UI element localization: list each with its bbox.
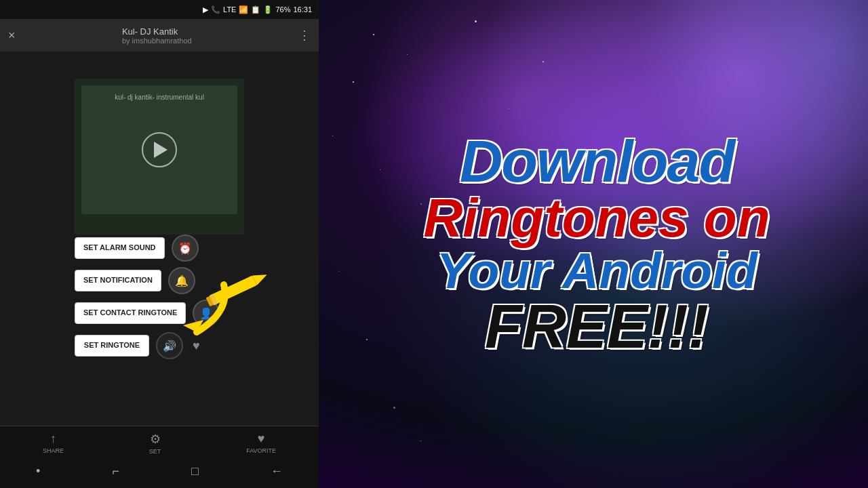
favorite-label: FAVORITE bbox=[246, 447, 276, 454]
call-icon: 📞 bbox=[211, 5, 220, 14]
favorite-icon: ♥ bbox=[258, 432, 265, 446]
share-action[interactable]: ↑ SHARE bbox=[43, 432, 64, 455]
bottom-actions-bar: ↑ SHARE ⚙ SET ♥ FAVORITE bbox=[0, 426, 319, 458]
phone-mockup: ▶ 📞 LTE 📶 📋 🔋 76% 16:31 × Kul- DJ Kantik… bbox=[0, 0, 319, 488]
favorite-heart-icon[interactable]: ♥ bbox=[193, 339, 200, 353]
bottom-bar: ↑ SHARE ⚙ SET ♥ FAVORITE • ⌐ □ ← bbox=[0, 426, 319, 488]
alarm-icon-button[interactable]: ⏰ bbox=[172, 235, 199, 262]
notification-row: SET NOTIFICATION 🔔 bbox=[75, 267, 244, 294]
back-nav-icon[interactable]: ← bbox=[271, 464, 283, 479]
alarm-clock-icon: ⏰ bbox=[178, 242, 192, 255]
spacer-top bbox=[0, 52, 319, 65]
player-thumbnail: kul- dj kantik- instrumental kul bbox=[81, 85, 237, 214]
navigation-bar: • ⌐ □ ← bbox=[0, 458, 319, 488]
bell-icon: 🔔 bbox=[175, 274, 189, 287]
speaker-icon: 🔊 bbox=[163, 340, 176, 352]
set-action[interactable]: ⚙ SET bbox=[149, 432, 161, 455]
close-button[interactable]: × bbox=[8, 28, 16, 43]
ringtone-row: SET RINGTONE 🔊 ♥ bbox=[75, 332, 244, 359]
set-contact-ringtone-button[interactable]: SET CONTACT RINGTONE bbox=[75, 302, 186, 323]
status-bar: ▶ 📞 LTE 📶 📋 🔋 76% 16:31 bbox=[0, 0, 319, 19]
home-nav-icon[interactable]: • bbox=[36, 464, 40, 479]
overview-nav-icon[interactable]: □ bbox=[191, 464, 199, 479]
wifi-icon: 📶 bbox=[239, 5, 248, 14]
play-icon bbox=[154, 142, 167, 158]
track-title: Kul- DJ Kantik bbox=[122, 26, 192, 37]
play-button[interactable] bbox=[142, 132, 177, 167]
contact-ringtone-row: SET CONTACT RINGTONE 👤 bbox=[75, 300, 244, 327]
set-ringtone-button[interactable]: SET RINGTONE bbox=[75, 335, 149, 356]
share-icon: ↑ bbox=[50, 432, 56, 446]
track-author: by imshubhamrathod bbox=[122, 37, 192, 45]
headline-line2: Ringtones on bbox=[423, 191, 770, 245]
sim-icon: 📋 bbox=[251, 5, 260, 14]
set-icon: ⚙ bbox=[150, 432, 161, 447]
favorite-action[interactable]: ♥ FAVORITE bbox=[246, 432, 276, 455]
battery-icon: 🔋 bbox=[263, 5, 273, 14]
notification-icon-button[interactable]: 🔔 bbox=[168, 267, 195, 294]
battery-level: 76% bbox=[275, 5, 290, 14]
right-content: Download Ringtones on Your Android FREE!… bbox=[326, 0, 868, 488]
person-icon: 👤 bbox=[199, 307, 213, 320]
lte-indicator: LTE bbox=[223, 5, 236, 14]
headline-line4: FREE!!! bbox=[485, 296, 709, 357]
headline-line3: Your Android bbox=[436, 245, 757, 296]
youtube-icon: ▶ bbox=[203, 5, 208, 14]
app-header: × Kul- DJ Kantik by imshubhamrathod ⋮ bbox=[0, 19, 319, 52]
share-label: SHARE bbox=[43, 447, 64, 454]
recents-nav-icon[interactable]: ⌐ bbox=[112, 464, 119, 479]
set-notification-button[interactable]: SET NOTIFICATION bbox=[75, 270, 161, 291]
more-options-button[interactable]: ⋮ bbox=[298, 28, 311, 43]
speaker-icon-button[interactable]: 🔊 bbox=[156, 332, 183, 359]
alarm-sound-row: SET ALARM SOUND ⏰ bbox=[75, 235, 244, 262]
contact-icon-button[interactable]: 👤 bbox=[193, 300, 220, 327]
actions-area: SET ALARM SOUND ⏰ SET NOTIFICATION 🔔 SET… bbox=[0, 235, 319, 359]
track-label: kul- dj kantik- instrumental kul bbox=[115, 94, 204, 101]
clock: 16:31 bbox=[293, 5, 312, 14]
headline-line1: Download bbox=[460, 131, 734, 191]
set-label: SET bbox=[149, 448, 161, 455]
phone-screen: kul- dj kantik- instrumental kul bbox=[75, 79, 244, 235]
set-alarm-sound-button[interactable]: SET ALARM SOUND bbox=[75, 237, 165, 258]
